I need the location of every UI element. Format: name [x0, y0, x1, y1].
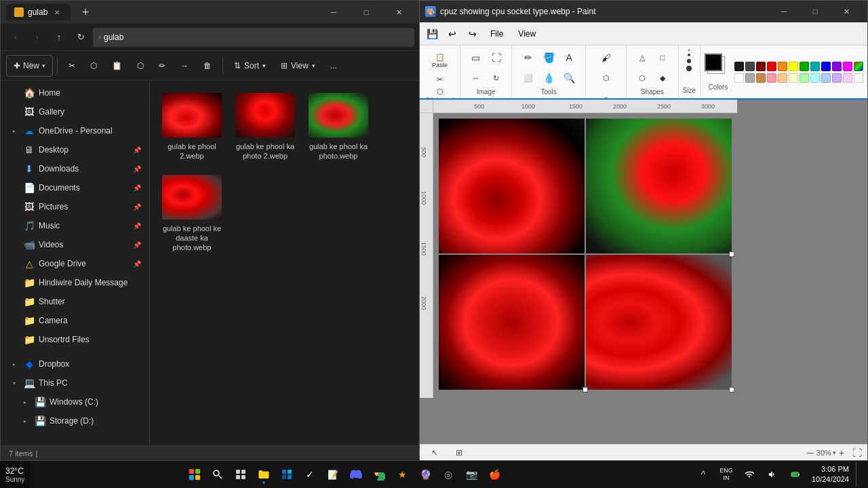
- taskbar-start-button[interactable]: [184, 464, 205, 485]
- paint-redo-icon[interactable]: ↪: [463, 24, 482, 43]
- tab-close-button[interactable]: ✕: [52, 7, 62, 18]
- zoom-chevron-icon[interactable]: ▾: [833, 449, 836, 456]
- battery-button[interactable]: [786, 462, 805, 487]
- color-teal[interactable]: [810, 62, 820, 71]
- color-light-gray[interactable]: [745, 73, 755, 83]
- zoom-plus-icon[interactable]: +: [839, 447, 844, 458]
- sidebar-item-camera[interactable]: 📁 Camera: [3, 311, 146, 330]
- color-blue[interactable]: [821, 62, 831, 71]
- color-white[interactable]: [734, 73, 744, 83]
- paint-maximize-button[interactable]: □: [800, 1, 831, 22]
- paint-file-menu[interactable]: File: [484, 26, 510, 41]
- system-clock[interactable]: 3:06 PM 10/24/2024: [809, 463, 852, 487]
- file-item[interactable]: gulab ke phool ka photo.webp: [304, 89, 372, 165]
- sidebar-item-storage-d[interactable]: ▸ 💾 Storage (D:): [3, 411, 146, 430]
- forward-button[interactable]: ›: [28, 28, 47, 47]
- weather-area[interactable]: 32°C Sunny: [0, 461, 30, 488]
- sidebar-item-documents[interactable]: 📄 Documents 📌: [3, 178, 146, 197]
- brush3-button[interactable]: ≡: [597, 89, 616, 100]
- sidebar-item-unsortrd[interactable]: 📁 Unsortrd Files: [3, 330, 146, 349]
- move-button[interactable]: →: [174, 55, 195, 77]
- size-dot-2[interactable]: [688, 54, 690, 56]
- magnify-button[interactable]: 🔍: [559, 68, 578, 87]
- taskbar-photos-button[interactable]: 📷: [460, 464, 482, 485]
- fill-button[interactable]: 🪣: [539, 48, 558, 67]
- lang-button[interactable]: ENG IN: [717, 462, 736, 487]
- shape-fill-button[interactable]: ◆: [653, 68, 672, 87]
- sidebar-item-dropbox[interactable]: ▸ ◆ Dropbox: [3, 354, 146, 373]
- taskbar-app2-button[interactable]: 🔮: [414, 464, 436, 485]
- sidebar-item-downloads[interactable]: ⬇ Downloads 📌: [3, 159, 146, 178]
- select-rect-button[interactable]: ▭: [467, 48, 486, 67]
- taskbar-discord-button[interactable]: [345, 464, 367, 485]
- color-light-yellow[interactable]: [789, 73, 798, 83]
- color-purple[interactable]: [832, 62, 842, 71]
- sidebar-item-this-pc[interactable]: ▾ 💻 This PC: [3, 373, 146, 392]
- resize-handle-b[interactable]: [583, 387, 588, 392]
- paste-button[interactable]: 📋: [105, 55, 129, 77]
- color-brown-light[interactable]: [756, 73, 766, 83]
- up-button[interactable]: ↑: [50, 28, 68, 47]
- explorer-tab[interactable]: gulab ✕: [6, 4, 71, 20]
- color-black[interactable]: [734, 62, 744, 71]
- back-button[interactable]: ‹: [6, 28, 25, 47]
- color-dark-red[interactable]: [756, 62, 766, 71]
- text-button[interactable]: A: [559, 48, 578, 67]
- sort-button[interactable]: ⇅ Sort ▾: [227, 55, 273, 77]
- shape2-button[interactable]: □: [653, 48, 672, 67]
- share-button[interactable]: ⬡: [130, 55, 151, 77]
- color-pink-light[interactable]: [767, 73, 776, 83]
- paint-undo-icon[interactable]: ↩: [443, 24, 462, 43]
- color-pink[interactable]: [843, 62, 852, 71]
- sidebar-item-windows-c[interactable]: ▸ 💾 Windows (C:): [3, 392, 146, 411]
- wifi-button[interactable]: [740, 462, 759, 487]
- file-item[interactable]: gulab ke phool 2.webp: [158, 89, 226, 165]
- cut-button[interactable]: ✂: [62, 55, 82, 77]
- taskbar-app1-button[interactable]: ★: [391, 464, 413, 485]
- paint-canvas-container[interactable]: 500 1000 1500 2000 2500 3000 500 1000 15…: [420, 100, 867, 444]
- sidebar-item-music[interactable]: 🎵 Music 📌: [3, 216, 146, 235]
- zoom-minus-icon[interactable]: ─: [807, 447, 814, 458]
- hidden-icons-button[interactable]: ^: [694, 462, 713, 487]
- minimize-button[interactable]: ─: [318, 1, 349, 24]
- taskbar-chrome-button[interactable]: [368, 464, 390, 485]
- color-light-pink[interactable]: [843, 73, 852, 83]
- sidebar-item-shutter[interactable]: 📁 Shutter: [3, 292, 146, 311]
- file-item[interactable]: gulab ke phool ka photo 2.webp: [231, 89, 299, 165]
- resize-handle-r[interactable]: [729, 251, 734, 257]
- sidebar-item-google-drive[interactable]: △ Google Drive 📌: [3, 254, 146, 273]
- size-dot-3[interactable]: [687, 59, 691, 63]
- color-light-orange[interactable]: [778, 73, 787, 83]
- color-pick-button[interactable]: 💧: [539, 68, 558, 87]
- color-more[interactable]: [854, 62, 863, 71]
- color-orange[interactable]: [778, 62, 787, 71]
- resize-handle-br[interactable]: [729, 387, 734, 392]
- zoom-fit-icon[interactable]: ⊞: [450, 443, 469, 462]
- sidebar-item-gallery[interactable]: 🖼 Gallery: [3, 102, 146, 121]
- file-item[interactable]: gulab ke phool ke daaste ka photo.webp: [158, 171, 226, 257]
- size-dot-1[interactable]: [688, 49, 690, 51]
- sidebar-item-onedrive[interactable]: ▸ ☁ OneDrive - Personal: [3, 121, 146, 140]
- brush2-button[interactable]: ⬡: [597, 68, 616, 87]
- maximize-button[interactable]: □: [351, 1, 382, 24]
- clipboard-paste-button[interactable]: 📋 Paste: [427, 48, 453, 73]
- paint-minimize-button[interactable]: ─: [768, 1, 800, 22]
- taskbar-store-button[interactable]: [276, 464, 298, 485]
- pencil-button[interactable]: ✏: [519, 48, 538, 67]
- color-green[interactable]: [800, 62, 809, 71]
- rename-button[interactable]: ✏: [152, 55, 172, 77]
- sidebar-item-desktop[interactable]: 🖥 Desktop 📌: [3, 140, 146, 159]
- sidebar-item-pictures[interactable]: 🖼 Pictures 📌: [3, 197, 146, 216]
- sidebar-item-home[interactable]: 🏠 Home: [3, 83, 146, 102]
- copy-button[interactable]: ⬡: [83, 55, 104, 77]
- taskbar-apple-button[interactable]: 🍎: [484, 464, 505, 485]
- more-button[interactable]: ...: [323, 55, 344, 77]
- volume-button[interactable]: [763, 462, 782, 487]
- color-red[interactable]: [767, 62, 776, 71]
- taskbar-taskview-button[interactable]: [230, 464, 252, 485]
- color-white2[interactable]: [854, 73, 863, 83]
- paint-canvas[interactable]: [439, 119, 732, 390]
- color-dark-gray[interactable]: [745, 62, 755, 71]
- sidebar-item-hindiwire[interactable]: 📁 Hindiwire Daily Message: [3, 273, 146, 292]
- rotate-button[interactable]: ↻: [487, 68, 506, 87]
